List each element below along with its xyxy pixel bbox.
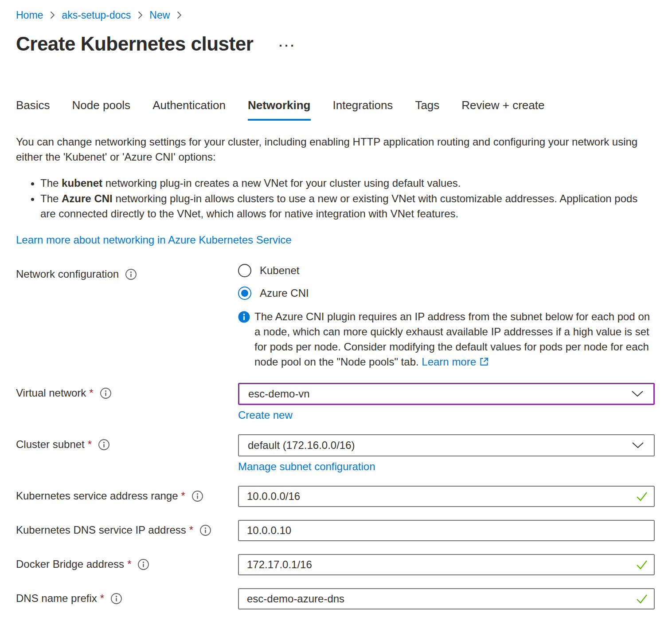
service-address-range-input[interactable]: [238, 486, 655, 507]
chevron-down-icon: [631, 388, 644, 400]
page: Home aks-setup-docs New Create Kubernete…: [0, 0, 672, 609]
radio-kubenet[interactable]: Kubenet: [238, 264, 655, 277]
breadcrumb-home-link[interactable]: Home: [16, 8, 43, 22]
tab-review-create[interactable]: Review + create: [461, 98, 544, 121]
radio-azure-cni-label: Azure CNI: [260, 287, 309, 299]
radio-kubenet-label: Kubenet: [260, 264, 299, 277]
chevron-right-icon: [137, 11, 143, 20]
info-icon[interactable]: [137, 558, 149, 570]
tab-node-pools[interactable]: Node pools: [72, 98, 131, 121]
virtual-network-label: Virtual network: [16, 387, 86, 399]
dns-service-ip-input[interactable]: [238, 520, 655, 541]
cluster-subnet-value: default (172.16.0.0/16): [248, 439, 355, 452]
chevron-right-icon: [49, 11, 55, 20]
tab-bar: Basics Node pools Authentication Network…: [16, 98, 656, 121]
tab-networking[interactable]: Networking: [248, 98, 311, 121]
info-icon[interactable]: [191, 490, 203, 502]
dns-name-prefix-label: DNS name prefix: [16, 592, 97, 605]
radio-circle-icon: [238, 264, 251, 277]
required-asterisk: *: [181, 490, 185, 502]
breadcrumb-new-link[interactable]: New: [149, 8, 170, 22]
required-asterisk: *: [100, 592, 104, 605]
network-configuration-label: Network configuration: [16, 268, 119, 280]
manage-subnet-configuration-link[interactable]: Manage subnet configuration: [238, 460, 375, 473]
cluster-subnet-select[interactable]: default (172.16.0.0/16): [238, 434, 655, 456]
docker-bridge-label: Docker Bridge address: [16, 558, 124, 570]
bullet-kubenet: The kubenet networking plug-in creates a…: [40, 176, 645, 191]
valid-check-icon: [635, 593, 649, 607]
valid-check-icon: [635, 490, 649, 504]
azure-cni-info-notice: The Azure CNI plugin requires an IP addr…: [238, 309, 655, 371]
bullet-azure-cni: The Azure CNI networking plug-in allows …: [40, 191, 645, 221]
cluster-subnet-label: Cluster subnet: [16, 438, 85, 451]
radio-azure-cni[interactable]: Azure CNI: [238, 287, 655, 300]
required-asterisk: *: [88, 438, 92, 451]
service-address-range-label: Kubernetes service address range: [16, 490, 178, 502]
external-link-icon: [479, 356, 489, 371]
dns-service-ip-label: Kubernetes DNS service IP address: [16, 524, 186, 536]
breadcrumb: Home aks-setup-docs New: [16, 8, 656, 22]
required-asterisk: *: [127, 558, 131, 570]
valid-check-icon: [635, 558, 649, 573]
notice-learn-more-link[interactable]: Learn more: [422, 356, 476, 368]
virtual-network-select[interactable]: esc-demo-vn: [238, 383, 655, 405]
more-options-ellipsis-button[interactable]: ···: [279, 38, 296, 50]
info-icon[interactable]: [98, 439, 110, 451]
network-plugin-bullet-list: The kubenet networking plug-in creates a…: [16, 176, 645, 221]
page-title: Create Kubernetes cluster: [16, 33, 253, 55]
tab-authentication[interactable]: Authentication: [152, 98, 226, 121]
dns-name-prefix-input[interactable]: [238, 588, 655, 609]
info-icon[interactable]: [110, 593, 122, 605]
required-asterisk: *: [189, 524, 193, 536]
learn-more-networking-link[interactable]: Learn more about networking in Azure Kub…: [16, 234, 292, 246]
tab-tags[interactable]: Tags: [415, 98, 439, 121]
info-icon[interactable]: [199, 524, 211, 536]
breadcrumb-aks-setup-docs-link[interactable]: aks-setup-docs: [62, 8, 131, 22]
info-icon[interactable]: [100, 387, 112, 399]
virtual-network-value: esc-demo-vn: [248, 388, 310, 400]
chevron-down-icon: [632, 439, 644, 452]
intro-text: You can change networking settings for y…: [16, 134, 645, 165]
tab-basics[interactable]: Basics: [16, 98, 50, 121]
tab-integrations[interactable]: Integrations: [333, 98, 393, 121]
required-asterisk: *: [89, 387, 93, 399]
radio-circle-icon: [238, 287, 251, 300]
chevron-right-icon: [176, 11, 182, 20]
create-new-vnet-link[interactable]: Create new: [238, 409, 293, 421]
docker-bridge-input[interactable]: [238, 554, 655, 575]
notice-text: The Azure CNI plugin requires an IP addr…: [254, 309, 655, 371]
info-icon[interactable]: [125, 268, 137, 280]
info-filled-icon: [238, 311, 250, 371]
